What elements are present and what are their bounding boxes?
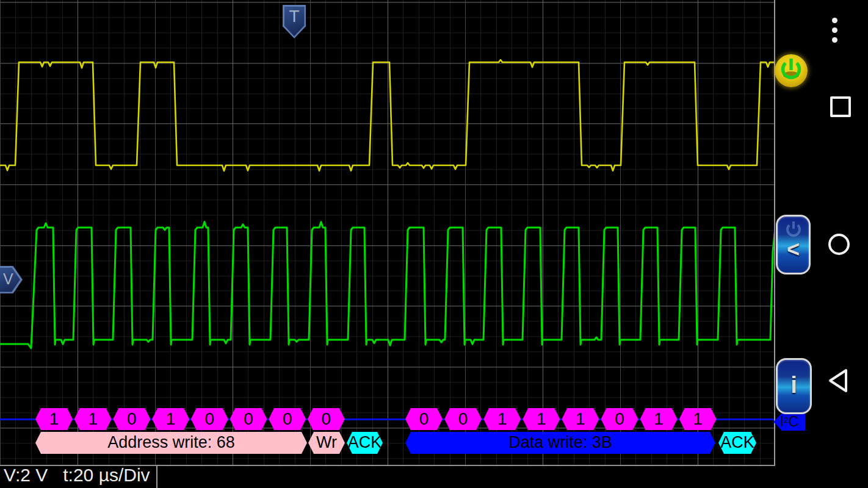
i2c-bit-box: 0 — [405, 408, 443, 430]
i2c-bit-box: 0 — [601, 408, 638, 430]
i2c-bit-box: 1 — [483, 408, 521, 430]
i2c-address-label: Wr — [308, 432, 345, 454]
scope-graticule[interactable] — [0, 0, 775, 466]
i2c-bit-box: 1 — [679, 408, 717, 430]
power-button[interactable] — [775, 54, 808, 87]
trigger-marker[interactable]: T — [283, 5, 306, 38]
i2c-bit-box: 0 — [308, 408, 345, 430]
back-triangle-icon[interactable] — [827, 367, 850, 394]
recents-square-icon[interactable] — [830, 96, 851, 117]
i2c-data-label: Data write: 3B — [405, 432, 715, 454]
voltage-marker-label: V — [3, 270, 13, 288]
collapse-controls-button[interactable]: < — [776, 215, 811, 274]
sda-waveform — [0, 60, 774, 171]
scale-readout: V:2 V t:20 µs/Div — [4, 465, 150, 486]
overflow-menu-icon[interactable] — [832, 18, 837, 47]
i2c-address-label: Address write: 68 — [35, 432, 307, 454]
collapse-chevron-icon: < — [778, 235, 809, 262]
i2c-ack-label: ACK — [718, 432, 756, 454]
i2c-bit-box: 1 — [640, 408, 678, 430]
voltage-marker-shape: V — [0, 266, 23, 293]
info-button[interactable]: i — [776, 358, 812, 414]
status-divider — [156, 465, 157, 488]
i2c-bit-box: 1 — [562, 408, 599, 430]
i2c-bit-box: 1 — [35, 408, 73, 430]
oscilloscope-screen: 1101000000111011Address write: 68WrACKDa… — [0, 0, 868, 488]
trigger-marker-label: T — [283, 7, 306, 26]
i2c-bit-box: 1 — [523, 408, 560, 430]
i2c-ack-label: ACK — [347, 432, 383, 454]
voltage-marker[interactable]: V — [0, 266, 23, 293]
info-icon: i — [778, 372, 810, 398]
i2c-bit-box: 0 — [269, 408, 306, 430]
waveform-plot — [0, 0, 774, 465]
i2c-bit-box: 0 — [230, 408, 267, 430]
i2c-bit-box: 0 — [191, 408, 228, 430]
i2c-bit-box: 0 — [113, 408, 150, 430]
i2c-bit-box: 1 — [152, 408, 189, 430]
i2c-protocol-tag[interactable]: I²C — [773, 413, 805, 431]
home-circle-icon[interactable] — [828, 234, 850, 255]
scl-waveform — [0, 222, 774, 348]
power-icon — [775, 54, 808, 87]
i2c-bit-box: 0 — [444, 408, 482, 430]
i2c-bit-box: 1 — [74, 408, 112, 430]
trigger-marker-shape: T — [283, 5, 306, 38]
